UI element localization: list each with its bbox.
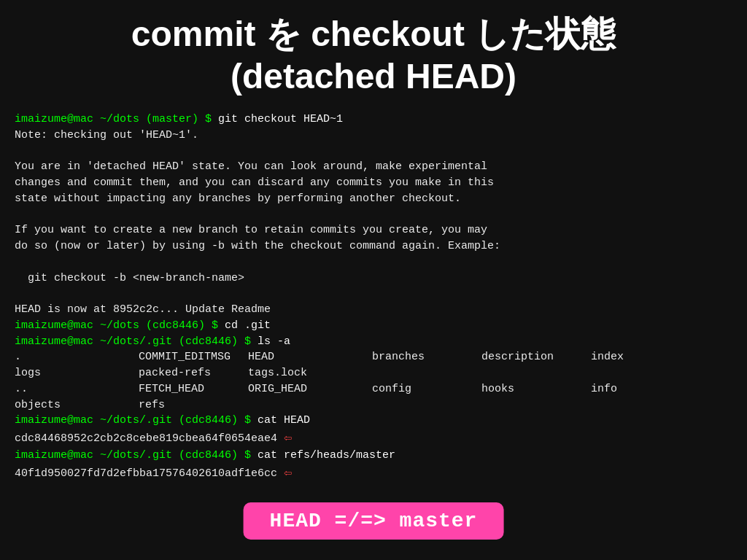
- terminal-blank-1: [15, 144, 732, 160]
- arrow-icon-2: ⇦: [284, 466, 292, 481]
- terminal-line-2: Note: checking out 'HEAD~1'.: [15, 128, 732, 144]
- title-line1: commit を checkout した状態: [131, 15, 616, 53]
- terminal-hash-1: cdc84468952c2cb2c8cebe819cbea64f0654eae4…: [15, 429, 732, 448]
- page-title: commit を checkout した状態 (detached HEAD): [0, 0, 747, 104]
- terminal-line-1: imaizume@mac ~/dots (master) $ git check…: [15, 112, 732, 128]
- terminal-line-example: git checkout -b <new-branch-name>: [15, 271, 732, 287]
- terminal-blank-2: [15, 207, 732, 223]
- title-line2: (detached HEAD): [231, 57, 516, 96]
- terminal-line-head: HEAD is now at 8952c2c... Update Readme: [15, 302, 732, 318]
- terminal-line-6: If you want to create a new branch to re…: [15, 222, 732, 238]
- ls-row-3: ..FETCH_HEADORIG_HEADconfighooksinfo: [15, 381, 732, 397]
- cmd-1: git checkout HEAD~1: [218, 113, 343, 125]
- terminal-blank-4: [15, 286, 732, 302]
- terminal-line-cd: imaizume@mac ~/dots (cdc8446) $ cd .git: [15, 318, 732, 334]
- terminal-hash-2: 40f1d950027fd7d2efbba17576402610adf1e6cc…: [15, 464, 732, 483]
- ls-row-1: .COMMIT_EDITMSGHEADbranchesdescriptionin…: [15, 349, 732, 365]
- terminal-line-cat-refs: imaizume@mac ~/dots/.git (cdc8446) $ cat…: [15, 448, 732, 464]
- ls-row-2: logspacked-refstags.lock: [15, 365, 732, 381]
- title-block: commit を checkout した状態 (detached HEAD): [0, 0, 747, 104]
- terminal-blank-3: [15, 254, 732, 271]
- arrow-icon-1: ⇦: [284, 431, 292, 446]
- prompt-1: imaizume@mac ~/dots (master) $: [15, 113, 218, 125]
- terminal-line-5: state without impacting any branches by …: [15, 191, 732, 207]
- terminal-line-7: do so (now or later) by using -b with th…: [15, 238, 732, 254]
- terminal-line-ls: imaizume@mac ~/dots/.git (cdc8446) $ ls …: [15, 334, 732, 350]
- terminal-line-4: changes and commit them, and you can dis…: [15, 175, 732, 191]
- terminal-line-cat-head: imaizume@mac ~/dots/.git (cdc8446) $ cat…: [15, 413, 732, 429]
- ls-row-4: objectsrefs: [15, 397, 732, 413]
- head-master-badge: HEAD =/=> master: [244, 502, 504, 540]
- terminal-line-3: You are in 'detached HEAD' state. You ca…: [15, 159, 732, 175]
- terminal-block: imaizume@mac ~/dots (master) $ git check…: [0, 104, 747, 490]
